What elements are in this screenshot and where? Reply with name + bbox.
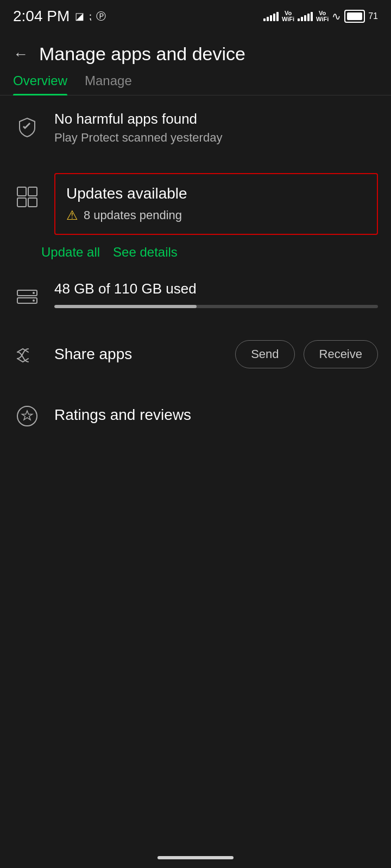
tab-bar: Overview Manage [0,73,391,95]
play-protect-content: No harmful apps found Play Protect scann… [54,111,378,145]
sim-icon: ◪ [75,10,84,22]
vo-wifi-1: Vo WiFi [282,10,294,22]
updates-box: Updates available ⚠ 8 updates pending [54,173,378,235]
updates-section: Updates available ⚠ 8 updates pending [0,160,391,235]
receive-button[interactable]: Receive [304,340,378,368]
svg-marker-0 [23,123,30,129]
status-icons: ◪ ⁏ Ⓟ [75,10,106,23]
wifi-icon: ∿ [332,10,341,23]
tab-manage[interactable]: Manage [85,73,132,95]
play-protect-section: No harmful apps found Play Protect scann… [0,95,391,160]
ratings-title: Ratings and reviews [54,406,191,424]
svg-point-8 [33,299,35,302]
status-left: 2:04 PM ◪ ⁏ Ⓟ [13,8,106,25]
main-content: No harmful apps found Play Protect scann… [0,95,391,445]
share-buttons: Send Receive [235,340,378,368]
storage-bar-fill [54,305,197,308]
share-apps-section: Share apps Send Receive [0,324,391,385]
battery-fill [347,12,362,20]
svg-rect-2 [28,187,37,196]
update-all-link[interactable]: Update all [41,245,100,260]
status-bar: 2:04 PM ◪ ⁏ Ⓟ Vo WiFi [0,0,391,33]
status-right: Vo WiFi Vo WiFi ∿ 71 [263,10,378,23]
ratings-section: Ratings and reviews [0,385,391,445]
signal-bars-1 [263,11,279,21]
svg-rect-4 [28,198,37,207]
page-title: Manage apps and device [39,43,245,65]
crosshair-icon: ⁏ [89,10,92,22]
page-header: ← Manage apps and device [0,33,391,73]
play-protect-icon [13,113,41,141]
updates-actions: Update all See details [0,235,391,270]
status-time: 2:04 PM [13,8,70,25]
svg-rect-3 [17,198,26,207]
back-button[interactable]: ← [13,46,28,63]
see-details-link[interactable]: See details [113,245,178,260]
share-icon [13,341,41,369]
warning-icon: ⚠ [66,208,78,223]
ratings-content: Ratings and reviews [54,406,191,424]
storage-title: 48 GB of 110 GB used [54,280,378,297]
updates-icon [13,173,41,201]
storage-section: 48 GB of 110 GB used [0,270,391,324]
battery-percent: 71 [368,11,378,21]
svg-rect-1 [17,187,26,196]
storage-content: 48 GB of 110 GB used [54,280,378,308]
share-apps-title: Share apps [54,346,222,363]
svg-point-9 [17,406,37,426]
svg-point-7 [33,292,35,294]
updates-pending: ⚠ 8 updates pending [66,208,366,223]
tab-overview[interactable]: Overview [13,73,67,95]
share-apps-content: Share apps [54,346,222,363]
bottom-nav-indicator [157,856,234,859]
camera-icon: Ⓟ [96,10,106,23]
battery [344,10,365,23]
vo-wifi-2: Vo WiFi [316,10,329,22]
signal-bars-2 [298,11,313,21]
svg-marker-10 [22,411,33,420]
ratings-icon [13,402,41,430]
storage-bar [54,305,378,308]
play-protect-title: No harmful apps found [54,111,378,127]
updates-title: Updates available [66,185,366,202]
send-button[interactable]: Send [235,340,294,368]
storage-icon [13,283,41,311]
play-protect-subtitle: Play Protect scanned yesterday [54,131,378,145]
